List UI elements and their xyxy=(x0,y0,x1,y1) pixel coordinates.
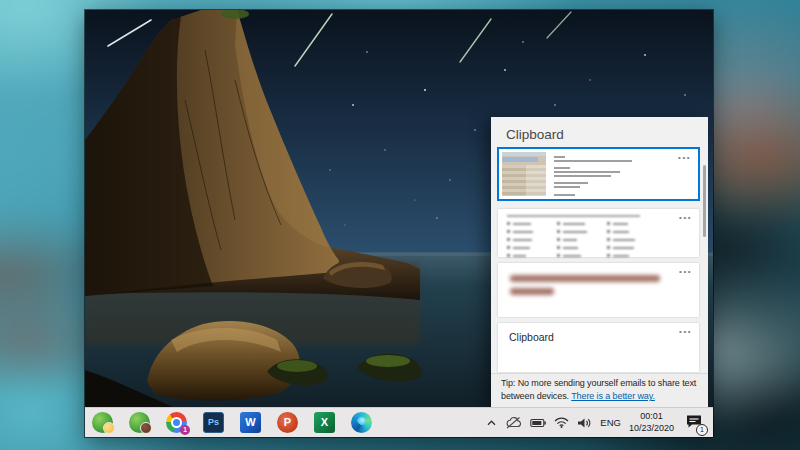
volume-icon[interactable] xyxy=(577,417,592,429)
item-more-icon[interactable]: ••• xyxy=(678,153,691,162)
clipboard-item-2-screenshot[interactable]: ••• xyxy=(498,209,699,257)
edge-icon[interactable] xyxy=(351,412,372,433)
panel-scrollbar[interactable] xyxy=(703,165,706,237)
screenshot-stage: Clipboard ••• xyxy=(0,0,800,450)
chevron-up-icon[interactable] xyxy=(486,419,497,427)
taskbar-apps: 1 Ps W P X xyxy=(85,412,372,433)
clipboard-tip-bar: Tip: No more sending yourself emails to … xyxy=(491,373,708,407)
item-more-icon[interactable]: ••• xyxy=(679,327,692,336)
word-icon[interactable]: W xyxy=(240,412,261,433)
blurred-grid-preview xyxy=(507,215,649,257)
battery-icon[interactable] xyxy=(530,418,546,428)
blurred-text-content xyxy=(510,275,660,295)
chrome-badge: 1 xyxy=(180,425,190,435)
tip-link[interactable]: There is a better way. xyxy=(571,391,655,401)
green-app-1-icon[interactable] xyxy=(92,412,113,433)
item-more-icon[interactable]: ••• xyxy=(679,267,692,276)
screenshot-thumbnail xyxy=(502,152,546,196)
taskbar: 1 Ps W P X xyxy=(85,407,713,437)
language-indicator[interactable]: ENG xyxy=(600,417,621,428)
clock-date: 10/23/2020 xyxy=(629,423,674,434)
clipboard-panel-title: Clipboard xyxy=(506,127,564,142)
powerpoint-icon[interactable]: P xyxy=(277,412,298,433)
clock-time: 00:01 xyxy=(640,411,663,422)
clipboard-panel: Clipboard ••• xyxy=(491,117,708,407)
notification-badge: 1 xyxy=(696,424,708,436)
chrome-icon[interactable]: 1 xyxy=(166,412,187,433)
clipboard-item-4-text[interactable]: Clipboard ••• xyxy=(498,323,699,372)
clipboard-item-1-screenshot[interactable]: ••• xyxy=(497,147,700,201)
blurred-text-preview xyxy=(554,156,670,198)
taskbar-clock[interactable]: 00:01 10/23/2020 xyxy=(629,411,674,434)
onedrive-offline-icon[interactable] xyxy=(505,416,522,429)
wifi-icon[interactable] xyxy=(554,417,569,428)
action-center-icon[interactable]: 1 xyxy=(685,413,703,433)
item-more-icon[interactable]: ••• xyxy=(679,213,692,222)
green-app-2-icon[interactable] xyxy=(129,412,150,433)
clipboard-item-text: Clipboard xyxy=(509,331,554,343)
system-tray: ENG 00:01 10/23/2020 1 xyxy=(486,411,713,434)
clipboard-item-3-text[interactable]: ••• xyxy=(498,263,699,317)
photoshop-icon[interactable]: Ps xyxy=(203,412,224,433)
excel-icon[interactable]: X xyxy=(314,412,335,433)
windows-desktop: Clipboard ••• xyxy=(85,10,713,437)
